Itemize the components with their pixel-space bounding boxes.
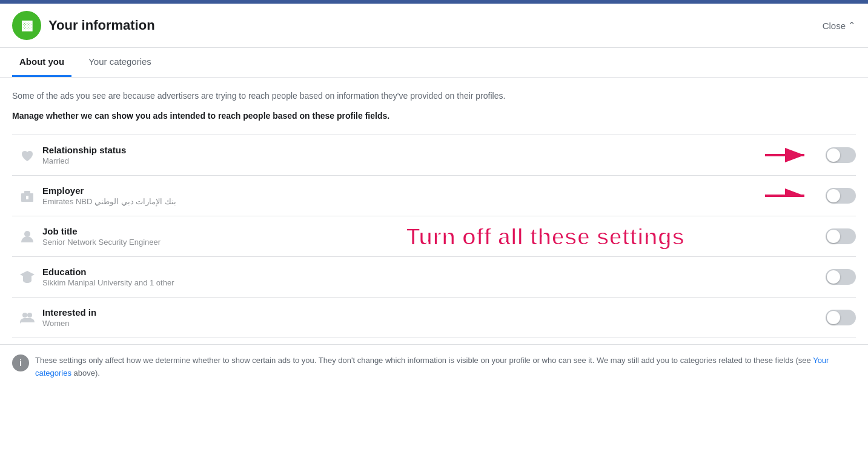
toggle-switch-employer[interactable]	[826, 188, 856, 204]
job-title-icon	[12, 228, 42, 245]
svg-rect-3	[24, 191, 30, 193]
education-title: Education	[42, 267, 813, 277]
tabs-bar: About you Your categories	[0, 48, 868, 78]
job-title-info: Job title Senior Network Security Engine…	[42, 226, 813, 247]
toggle-switch-job-title[interactable]	[826, 228, 856, 244]
interested-in-title: Interested in	[42, 307, 813, 318]
employer-icon	[12, 187, 42, 204]
toggle-switch-interested-in[interactable]	[826, 310, 856, 325]
tab-your-categories[interactable]: Your categories	[81, 48, 159, 77]
footer-text: These settings only affect how we determ…	[35, 354, 856, 380]
relationship-title: Relationship status	[42, 145, 813, 155]
interested-in-info: Interested in Women	[42, 307, 813, 328]
info-icon: i	[12, 354, 29, 371]
description-text: Some of the ads you see are because adve…	[12, 90, 856, 102]
toggle-employer[interactable]	[813, 188, 856, 204]
interested-in-subtitle: Women	[42, 319, 813, 328]
employer-title: Employer	[42, 185, 813, 196]
main-content: Some of the ads you see are because adve…	[0, 78, 868, 344]
relationship-info: Relationship status Married	[42, 145, 813, 165]
svg-point-10	[27, 313, 32, 318]
svg-rect-4	[26, 196, 28, 199]
interested-in-icon	[12, 309, 42, 326]
header-left: ▩ Your information	[12, 11, 155, 40]
setting-row-relationship-status: Relationship status Married	[12, 135, 856, 176]
toggle-relationship[interactable]	[813, 147, 856, 163]
education-icon	[12, 268, 42, 285]
relationship-icon	[12, 147, 42, 164]
setting-row-job-title: Job title Senior Network Security Engine…	[12, 216, 856, 257]
svg-point-9	[22, 313, 27, 318]
svg-point-7	[24, 231, 30, 237]
education-subtitle: Sikkim Manipal University and 1 other	[42, 278, 813, 287]
setting-row-employer: Employer Emirates NBD بنك الإمارات دبي ا…	[12, 176, 856, 216]
header: ▩ Your information Close ⌃	[0, 4, 868, 48]
page-title: Your information	[48, 18, 155, 33]
app-logo: ▩	[12, 11, 41, 40]
toggle-education[interactable]	[813, 269, 856, 285]
employer-subtitle: Emirates NBD بنك الإمارات دبي الوطني	[42, 197, 813, 206]
toggle-switch-education[interactable]	[826, 269, 856, 285]
close-button[interactable]: Close ⌃	[823, 20, 856, 31]
arrow-annotation-2	[765, 187, 813, 205]
toggle-job-title[interactable]	[813, 228, 856, 244]
education-info: Education Sikkim Manipal University and …	[42, 267, 813, 287]
toggle-switch-relationship[interactable]	[826, 147, 856, 163]
toggle-interested-in[interactable]	[813, 310, 856, 325]
tab-about-you[interactable]: About you	[12, 48, 71, 77]
arrow-annotation-1	[765, 146, 813, 164]
settings-list: Turn off all these settings Relationship…	[12, 135, 856, 338]
your-categories-link[interactable]: Your categories	[35, 356, 829, 378]
setting-row-education: Education Sikkim Manipal University and …	[12, 257, 856, 298]
job-title-title: Job title	[42, 226, 813, 236]
setting-row-interested-in: Interested in Women	[12, 298, 856, 338]
footer-note: i These settings only affect how we dete…	[0, 344, 868, 390]
manage-text: Manage whether we can show you ads inten…	[12, 110, 856, 122]
relationship-subtitle: Married	[42, 156, 813, 165]
employer-info: Employer Emirates NBD بنك الإمارات دبي ا…	[42, 185, 813, 206]
job-title-subtitle: Senior Network Security Engineer	[42, 238, 813, 247]
